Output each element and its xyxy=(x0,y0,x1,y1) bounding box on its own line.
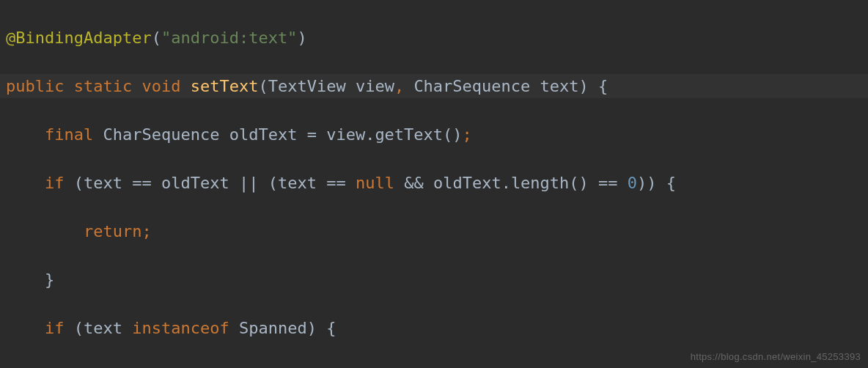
watermark: https://blog.csdn.net/weixin_45253393 xyxy=(691,350,861,364)
code-line-6[interactable]: } xyxy=(0,268,868,292)
code-line-3[interactable]: final CharSequence oldText = view.getTex… xyxy=(0,122,868,147)
code-line-7[interactable]: if (text instanceof Spanned) { xyxy=(0,316,868,340)
string-literal: "android:text" xyxy=(161,29,297,47)
code-editor[interactable]: @BindingAdapter("android:text") public s… xyxy=(0,1,868,368)
code-line-2[interactable]: public static void setText(TextView view… xyxy=(0,74,868,98)
code-line-5[interactable]: return; xyxy=(0,219,868,243)
method-name: setText xyxy=(191,77,259,95)
code-line-4[interactable]: if (text == oldText || (text == null && … xyxy=(0,171,868,195)
annotation: @BindingAdapter xyxy=(6,29,152,47)
code-line-1[interactable]: @BindingAdapter("android:text") xyxy=(0,26,868,50)
code-line-8[interactable]: if (text.equals(oldText)) { xyxy=(0,364,868,368)
